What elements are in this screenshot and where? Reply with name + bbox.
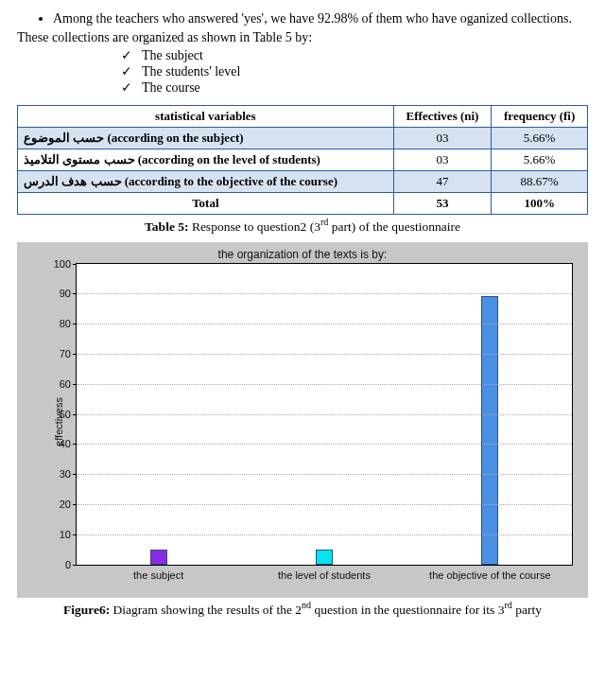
bar	[316, 550, 333, 565]
row-ni: 03	[393, 128, 492, 149]
row-ni: 47	[393, 171, 492, 193]
y-tick-mark	[73, 565, 77, 566]
bar	[481, 296, 498, 564]
caption-text: question in the questionnaire for its 3	[311, 602, 504, 616]
check-item: The course	[121, 79, 588, 96]
x-labels: the subjectthe level of studentsthe obje…	[76, 569, 573, 581]
data-table: statistical variables Effectives (ni) fr…	[17, 105, 588, 215]
bar-slot	[242, 550, 407, 565]
x-tick-label: the level of students	[241, 569, 406, 581]
bullet-list: Among the teachers who answered 'yes', w…	[17, 11, 588, 26]
check-item: The subject	[121, 47, 588, 63]
row-ni: 03	[393, 149, 492, 171]
y-tick-mark	[73, 534, 77, 535]
y-tick-mark	[73, 324, 77, 324]
y-tick-label: 20	[60, 499, 71, 510]
plot-wrap: 0102030405060708090100 effectivess the s…	[76, 263, 573, 581]
caption-text: Diagram showing the results of the 2	[110, 602, 302, 616]
table-header: statistical variables	[18, 106, 394, 128]
y-tick-mark	[73, 414, 77, 415]
y-tick-mark	[73, 293, 77, 294]
table-header: Effectives (ni)	[393, 106, 492, 128]
grid-line	[77, 444, 572, 445]
row-label: حسب مستوى التلاميذ (according on the lev…	[18, 149, 394, 171]
y-tick-label: 70	[60, 348, 71, 359]
y-tick-label: 10	[60, 529, 71, 540]
y-axis-label: effectivess	[53, 397, 64, 446]
grid-line	[77, 504, 572, 505]
y-tick-label: 100	[54, 258, 71, 270]
total-fi: 100%	[492, 193, 588, 215]
total-ni: 53	[393, 193, 492, 215]
row-fi: 5.66%	[492, 149, 588, 171]
y-tick-mark	[73, 444, 77, 445]
y-tick-label: 90	[60, 288, 71, 299]
plot-area: 0102030405060708090100	[76, 263, 573, 566]
x-tick-label: the subject	[76, 569, 241, 581]
row-label: حسب الموضوع (according on the subject)	[18, 128, 394, 149]
bullet-item: Among the teachers who answered 'yes', w…	[53, 11, 588, 26]
caption-bold: Figure6:	[63, 602, 110, 616]
check-list: The subject The students' level The cour…	[17, 47, 588, 96]
y-tick-mark	[73, 504, 77, 505]
table-header-row: statistical variables Effectives (ni) fr…	[18, 106, 588, 128]
caption-text: part) of the questionnaire	[328, 219, 459, 234]
caption-text: party	[512, 602, 542, 616]
grid-line	[77, 474, 572, 475]
table-row: حسب هدف الدرس (according to the objectiv…	[18, 171, 588, 193]
table-header: frequency (fi)	[492, 106, 588, 128]
chart-title: the organization of the texts is by:	[25, 248, 580, 261]
grid-line	[77, 384, 572, 385]
grid-line	[77, 534, 572, 535]
caption-bold: Table 5:	[145, 219, 188, 234]
caption-sup: rd	[505, 600, 512, 610]
caption-text: Response to question2 (3	[189, 219, 321, 234]
row-fi: 5.66%	[492, 128, 588, 149]
figure-caption: Figure6: Diagram showing the results of …	[17, 600, 588, 618]
total-label: Total	[18, 193, 394, 215]
bar-slot	[77, 550, 242, 565]
grid-line	[77, 324, 572, 324]
intro-line: These collections are organized as shown…	[17, 30, 588, 45]
row-label: حسب هدف الدرس (according to the objectiv…	[18, 171, 394, 193]
grid-line	[77, 354, 572, 355]
table-caption: Table 5: Response to question2 (3rd part…	[17, 217, 588, 235]
caption-sup: nd	[302, 600, 311, 610]
y-tick-label: 80	[60, 318, 71, 329]
bar	[150, 550, 167, 565]
check-item: The students' level	[121, 63, 588, 79]
table-row: حسب الموضوع (according on the subject) 0…	[18, 128, 588, 149]
y-tick-label: 30	[60, 468, 71, 480]
y-tick-mark	[73, 354, 77, 355]
x-tick-label: the objective of the course	[407, 569, 573, 581]
y-tick-mark	[73, 384, 77, 385]
y-tick-mark	[73, 474, 77, 475]
bar-slot	[406, 296, 572, 564]
y-tick-mark	[73, 264, 77, 265]
y-tick-label: 0	[65, 559, 71, 570]
chart-panel: the organization of the texts is by: 010…	[17, 242, 588, 598]
row-fi: 88.67%	[492, 171, 588, 193]
table-row: حسب مستوى التلاميذ (according on the lev…	[18, 149, 588, 171]
y-tick-label: 60	[60, 378, 71, 390]
grid-line	[77, 293, 572, 294]
grid-line	[77, 414, 572, 415]
table-total-row: Total 53 100%	[18, 193, 588, 215]
